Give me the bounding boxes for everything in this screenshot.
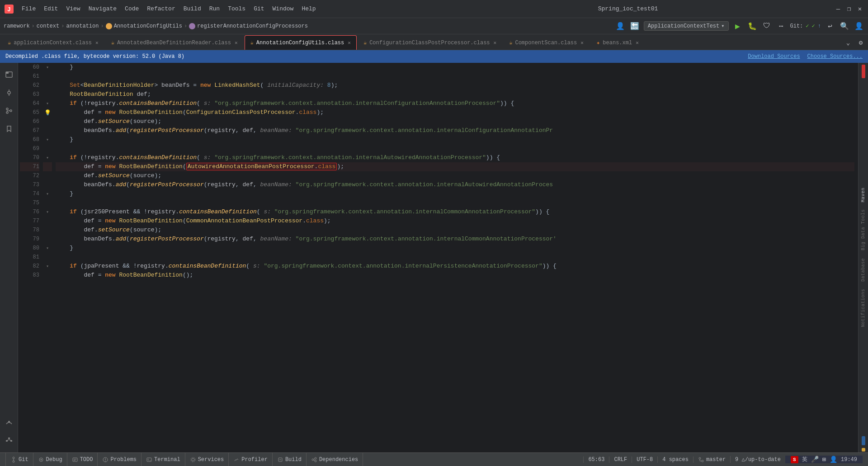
menu-view[interactable]: View (62, 4, 84, 14)
fold-70[interactable]: ▾ (46, 155, 49, 160)
svg-line-37 (314, 459, 315, 460)
maximize-button[interactable]: ❐ (844, 5, 854, 14)
menu-tools[interactable]: Tools (224, 4, 249, 14)
status-indent[interactable]: 4 spaces (657, 457, 693, 463)
sidebar-item-project[interactable] (1, 66, 17, 83)
breadcrumb-class[interactable]: AnnotationConfigUtils (114, 23, 182, 29)
code-line-79: beanDefs.add(registerPostProcessor(regis… (56, 235, 854, 244)
status-services[interactable]: Services (185, 453, 229, 466)
fold-80[interactable]: ▾ (46, 245, 49, 251)
download-sources-link[interactable]: Download Sources (748, 53, 800, 60)
tab-beans[interactable]: ✦ beans.xml ✕ (590, 35, 645, 50)
tab-acu[interactable]: ☕ AnnotationConfigUtils.class ✕ (245, 35, 357, 50)
tab-abdr[interactable]: ☕ AnnotatedBeanDefinitionReader.class ✕ (105, 35, 244, 50)
fold-64[interactable]: ▾ (46, 101, 49, 106)
close-tab-beans[interactable]: ✕ (636, 40, 639, 46)
menu-code[interactable]: Code (121, 4, 142, 14)
fold-76[interactable]: ▾ (46, 209, 49, 215)
run-button[interactable]: ▶ (732, 21, 743, 32)
fold-74[interactable]: ▾ (46, 191, 49, 197)
status-terminal[interactable]: Terminal (142, 453, 185, 466)
status-git[interactable]: Git (5, 453, 33, 466)
status-build[interactable]: Build (273, 453, 307, 466)
sidebar-item-aws[interactable] (1, 414, 17, 431)
svg-rect-22 (73, 458, 77, 461)
fold-68[interactable]: ▾ (46, 137, 49, 142)
sidebar-item-commit[interactable] (1, 85, 17, 101)
menu-window[interactable]: Window (269, 4, 297, 14)
breadcrumb-context[interactable]: context (37, 23, 59, 29)
status-line-ending[interactable]: CRLF (609, 457, 632, 463)
code-line-60: } (56, 63, 854, 72)
close-tab-acu[interactable]: ✕ (348, 40, 351, 46)
svg-line-16 (9, 440, 11, 440)
fold-60[interactable]: ▾ (46, 65, 49, 70)
tab-appctx[interactable]: ☕ applicationContext.class ✕ (2, 35, 104, 50)
search-button[interactable]: 🔍 (839, 21, 850, 32)
sidebar-item-structure[interactable] (1, 433, 17, 449)
sidebar-label-notifications[interactable]: Notifications (861, 285, 866, 331)
menu-file[interactable]: File (18, 4, 39, 14)
vcs-icon[interactable]: 👤 (615, 21, 626, 32)
tabs-dropdown-button[interactable]: ⌄ (843, 37, 854, 48)
run-coverage-button[interactable]: 🛡 (761, 21, 772, 32)
breadcrumb-method[interactable]: registerAnnotationConfigProcessors (197, 23, 308, 29)
breadcrumb-framework[interactable]: ramework (4, 23, 30, 29)
fold-82[interactable]: ▾ (46, 264, 49, 269)
status-encoding[interactable]: UTF-8 (632, 457, 657, 463)
minimize-button[interactable]: — (834, 5, 843, 14)
breadcrumb-annotation[interactable]: annotation (66, 23, 99, 29)
main-area: 60 61 62 63 64 65 66 67 68 69 70 71 72 7… (0, 63, 868, 452)
profiler-icon (233, 457, 240, 463)
debug-button[interactable]: 🐛 (747, 21, 758, 32)
sidebar-label-maven[interactable]: Maven (861, 184, 866, 206)
status-profiler[interactable]: Profiler (229, 453, 273, 466)
tab-cs[interactable]: ☕ ComponentScan.class ✕ (503, 35, 590, 50)
svg-text:J: J (7, 6, 11, 13)
svg-point-18 (13, 461, 14, 462)
menu-build[interactable]: Build (180, 4, 205, 14)
close-tab-appctx[interactable]: ✕ (95, 40, 99, 46)
sidebar-item-pull-requests[interactable] (1, 103, 17, 119)
close-button[interactable]: ✕ (855, 5, 864, 14)
sidebar-item-bookmarks[interactable] (1, 121, 17, 137)
info-bar: Decompiled .class file, bytecode version… (0, 50, 868, 63)
close-tab-cs[interactable]: ✕ (580, 40, 584, 46)
debug-icon (38, 457, 44, 463)
status-dependencies[interactable]: Dependencies (307, 453, 363, 466)
back-btn[interactable]: 🔙 (629, 21, 640, 32)
more-run-button[interactable]: ⋯ (776, 21, 787, 32)
menu-run[interactable]: Run (206, 4, 223, 14)
menu-edit[interactable]: Edit (40, 4, 61, 14)
menu-navigate[interactable]: Navigate (85, 4, 120, 14)
close-tab-abdr[interactable]: ✕ (235, 40, 238, 46)
menu-refactor[interactable]: Refactor (143, 4, 179, 14)
status-problems[interactable]: Problems (98, 453, 142, 466)
run-config-selector[interactable]: ApplicationContextTest ▾ (644, 21, 729, 31)
sidebar-label-database[interactable]: Database (861, 254, 866, 285)
menu-git[interactable]: Git (250, 4, 268, 14)
status-todo[interactable]: TODO (67, 453, 98, 466)
close-tab-ccpp[interactable]: ✕ (494, 40, 497, 46)
status-vcs-branch[interactable]: master (693, 457, 730, 463)
profile-button[interactable]: 👤 (854, 21, 864, 32)
sidebar-label-bigdata[interactable]: Big Data Tools (861, 206, 866, 254)
breadcrumb: ramework › context › annotation › Annota… (4, 23, 308, 29)
status-position[interactable]: 65:63 (583, 457, 609, 463)
bulb-65[interactable]: 💡 (44, 109, 51, 116)
sonar-icon: S (791, 456, 798, 463)
tabs-settings-button[interactable]: ⚙ (855, 37, 866, 48)
code-line-70: if (!registry.containsBeanDefinition( s:… (56, 153, 854, 162)
svg-line-15 (7, 440, 9, 440)
right-sidebar: Maven Big Data Tools Database Notificati… (858, 63, 868, 452)
services-icon (190, 457, 196, 463)
undo-button[interactable]: ↩ (825, 21, 835, 32)
status-debug[interactable]: Debug (33, 453, 67, 466)
code-content[interactable]: } Set<BeanDefinitionHolder> beanDefs = n… (52, 63, 858, 452)
dependencies-icon (311, 457, 317, 463)
tab-ccpp[interactable]: ☕ ConfigurationClassPostProcessor.class … (358, 35, 502, 50)
status-vcs-status[interactable]: 9 △/up-to-date (730, 456, 785, 463)
menu-help[interactable]: Help (298, 4, 319, 14)
choose-sources-link[interactable]: Choose Sources... (807, 53, 863, 60)
svg-point-7 (6, 108, 8, 110)
